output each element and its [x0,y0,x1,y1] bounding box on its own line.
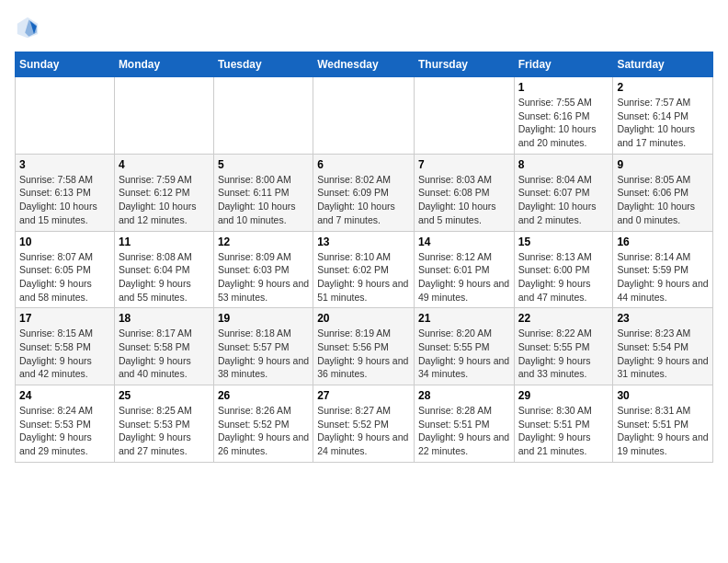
day-cell: 29Sunrise: 8:30 AMSunset: 5:51 PMDayligh… [514,385,613,463]
day-info: Sunrise: 8:19 AMSunset: 5:56 PMDaylight:… [317,327,410,381]
day-number: 16 [617,236,709,248]
day-cell: 23Sunrise: 8:23 AMSunset: 5:54 PMDayligh… [613,308,713,385]
day-number: 12 [218,236,309,248]
day-cell: 26Sunrise: 8:26 AMSunset: 5:52 PMDayligh… [213,385,313,463]
day-cell [414,77,514,155]
day-info: Sunrise: 8:23 AMSunset: 5:54 PMDaylight:… [617,327,709,381]
day-number: 29 [518,389,609,402]
day-info: Sunrise: 8:25 AMSunset: 5:53 PMDaylight:… [119,404,210,458]
day-cell: 21Sunrise: 8:20 AMSunset: 5:55 PMDayligh… [414,308,514,385]
header-sunday: Sunday [16,52,115,77]
day-number: 4 [119,158,210,171]
header-row: SundayMondayTuesdayWednesdayThursdayFrid… [16,52,713,77]
day-cell: 15Sunrise: 8:13 AMSunset: 6:00 PMDayligh… [514,231,613,308]
week-row-1: 3Sunrise: 7:58 AMSunset: 6:13 PMDaylight… [16,154,713,231]
day-info: Sunrise: 8:20 AMSunset: 5:55 PMDaylight:… [418,327,510,381]
day-info: Sunrise: 8:13 AMSunset: 6:00 PMDaylight:… [518,250,609,304]
day-cell: 3Sunrise: 7:58 AMSunset: 6:13 PMDaylight… [16,154,115,231]
day-cell: 20Sunrise: 8:19 AMSunset: 5:56 PMDayligh… [313,308,415,385]
day-info: Sunrise: 8:02 AMSunset: 6:09 PMDaylight:… [317,173,410,227]
day-number: 11 [119,236,210,248]
day-cell: 6Sunrise: 8:02 AMSunset: 6:09 PMDaylight… [313,154,415,231]
day-cell: 10Sunrise: 8:07 AMSunset: 6:05 PMDayligh… [16,231,115,308]
day-info: Sunrise: 8:15 AMSunset: 5:58 PMDaylight:… [19,327,110,381]
day-info: Sunrise: 8:22 AMSunset: 5:55 PMDaylight:… [518,327,609,381]
day-number: 20 [317,312,410,325]
day-info: Sunrise: 8:26 AMSunset: 5:52 PMDaylight:… [218,404,309,458]
day-info: Sunrise: 8:18 AMSunset: 5:57 PMDaylight:… [218,327,309,381]
header-tuesday: Tuesday [213,52,313,77]
week-row-0: 1Sunrise: 7:55 AMSunset: 6:16 PMDaylight… [16,77,713,155]
day-number: 28 [418,389,510,402]
day-cell: 13Sunrise: 8:10 AMSunset: 6:02 PMDayligh… [313,231,415,308]
day-cell: 30Sunrise: 8:31 AMSunset: 5:51 PMDayligh… [613,385,713,463]
day-number: 3 [19,158,110,171]
day-number: 23 [617,312,709,325]
day-cell: 7Sunrise: 8:03 AMSunset: 6:08 PMDaylight… [414,154,514,231]
day-cell: 9Sunrise: 8:05 AMSunset: 6:06 PMDaylight… [613,154,713,231]
day-info: Sunrise: 8:09 AMSunset: 6:03 PMDaylight:… [218,250,309,304]
day-info: Sunrise: 8:31 AMSunset: 5:51 PMDaylight:… [617,404,709,458]
day-number: 19 [218,312,309,325]
logo-icon [15,15,40,40]
day-cell: 22Sunrise: 8:22 AMSunset: 5:55 PMDayligh… [514,308,613,385]
week-row-4: 24Sunrise: 8:24 AMSunset: 5:53 PMDayligh… [16,385,713,463]
day-info: Sunrise: 8:10 AMSunset: 6:02 PMDaylight:… [317,250,410,304]
day-cell: 16Sunrise: 8:14 AMSunset: 5:59 PMDayligh… [613,231,713,308]
day-cell: 27Sunrise: 8:27 AMSunset: 5:52 PMDayligh… [313,385,415,463]
day-number: 27 [317,389,410,402]
header-monday: Monday [114,52,213,77]
calendar-body: 1Sunrise: 7:55 AMSunset: 6:16 PMDaylight… [16,77,713,463]
day-number: 13 [317,236,410,248]
day-number: 14 [418,236,510,248]
day-cell: 1Sunrise: 7:55 AMSunset: 6:16 PMDaylight… [514,77,613,155]
day-cell: 4Sunrise: 7:59 AMSunset: 6:12 PMDaylight… [114,154,213,231]
day-info: Sunrise: 7:57 AMSunset: 6:14 PMDaylight:… [617,96,709,150]
day-number: 8 [518,158,609,171]
day-info: Sunrise: 8:17 AMSunset: 5:58 PMDaylight:… [119,327,210,381]
day-number: 21 [418,312,510,325]
day-number: 18 [119,312,210,325]
day-number: 7 [418,158,510,171]
day-cell: 2Sunrise: 7:57 AMSunset: 6:14 PMDaylight… [613,77,713,155]
day-info: Sunrise: 8:04 AMSunset: 6:07 PMDaylight:… [518,173,609,227]
day-number: 17 [19,312,110,325]
day-number: 1 [518,81,609,94]
day-info: Sunrise: 8:12 AMSunset: 6:01 PMDaylight:… [418,250,510,304]
day-info: Sunrise: 8:08 AMSunset: 6:04 PMDaylight:… [119,250,210,304]
day-cell: 17Sunrise: 8:15 AMSunset: 5:58 PMDayligh… [16,308,115,385]
day-cell: 24Sunrise: 8:24 AMSunset: 5:53 PMDayligh… [16,385,115,463]
calendar-table: SundayMondayTuesdayWednesdayThursdayFrid… [15,52,713,463]
day-info: Sunrise: 8:03 AMSunset: 6:08 PMDaylight:… [418,173,510,227]
day-number: 6 [317,158,410,171]
day-cell [213,77,313,155]
header-thursday: Thursday [414,52,514,77]
day-info: Sunrise: 8:07 AMSunset: 6:05 PMDaylight:… [19,250,110,304]
day-info: Sunrise: 8:27 AMSunset: 5:52 PMDaylight:… [317,404,410,458]
day-info: Sunrise: 8:00 AMSunset: 6:11 PMDaylight:… [218,173,309,227]
week-row-2: 10Sunrise: 8:07 AMSunset: 6:05 PMDayligh… [16,231,713,308]
header-saturday: Saturday [613,52,713,77]
week-row-3: 17Sunrise: 8:15 AMSunset: 5:58 PMDayligh… [16,308,713,385]
logo [15,15,44,40]
day-cell: 12Sunrise: 8:09 AMSunset: 6:03 PMDayligh… [213,231,313,308]
header-friday: Friday [514,52,613,77]
day-cell: 8Sunrise: 8:04 AMSunset: 6:07 PMDaylight… [514,154,613,231]
day-cell: 28Sunrise: 8:28 AMSunset: 5:51 PMDayligh… [414,385,514,463]
day-number: 2 [617,81,709,94]
day-cell: 5Sunrise: 8:00 AMSunset: 6:11 PMDaylight… [213,154,313,231]
day-number: 30 [617,389,709,402]
day-info: Sunrise: 7:58 AMSunset: 6:13 PMDaylight:… [19,173,110,227]
day-info: Sunrise: 8:14 AMSunset: 5:59 PMDaylight:… [617,250,709,304]
day-cell: 18Sunrise: 8:17 AMSunset: 5:58 PMDayligh… [114,308,213,385]
day-cell: 14Sunrise: 8:12 AMSunset: 6:01 PMDayligh… [414,231,514,308]
day-info: Sunrise: 7:55 AMSunset: 6:16 PMDaylight:… [518,96,609,150]
day-number: 15 [518,236,609,248]
day-info: Sunrise: 8:28 AMSunset: 5:51 PMDaylight:… [418,404,510,458]
day-cell [16,77,115,155]
day-cell: 25Sunrise: 8:25 AMSunset: 5:53 PMDayligh… [114,385,213,463]
day-number: 9 [617,158,709,171]
day-cell: 19Sunrise: 8:18 AMSunset: 5:57 PMDayligh… [213,308,313,385]
day-info: Sunrise: 8:05 AMSunset: 6:06 PMDaylight:… [617,173,709,227]
day-number: 22 [518,312,609,325]
